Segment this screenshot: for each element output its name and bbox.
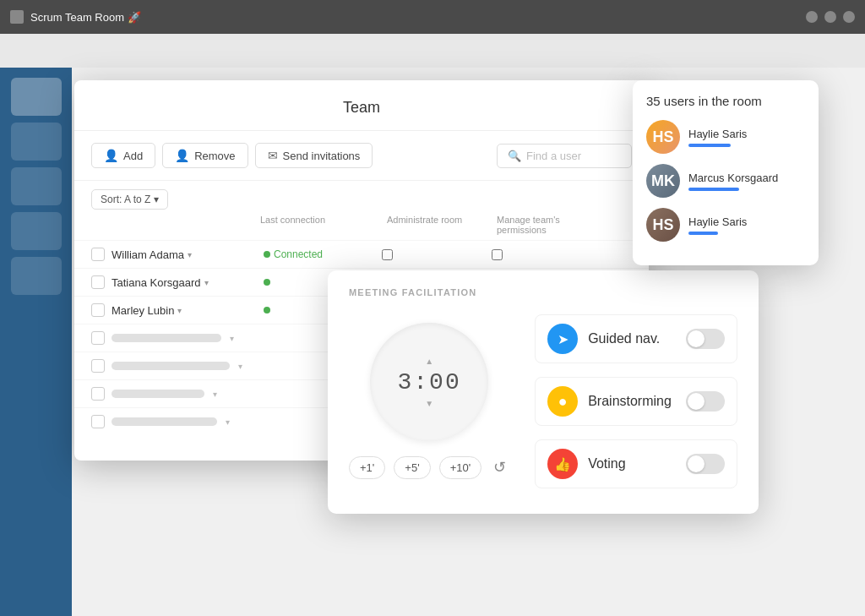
app-title: Scrum Team Room 🚀 bbox=[30, 11, 799, 24]
modal-toolbar: 👤 Add 👤 Remove ✉ Send invitations 🔍 Find… bbox=[74, 131, 649, 181]
timer-controls: +1' +5' +10' ↺ bbox=[349, 455, 509, 480]
features-list: ➤ Guided nav. ● Brainstorming 👍 Voting bbox=[535, 314, 737, 488]
user-status-bar-1 bbox=[688, 144, 731, 147]
toggle-thumb bbox=[688, 455, 705, 472]
row-checkbox-4[interactable] bbox=[91, 331, 105, 345]
remove-button[interactable]: 👤 Remove bbox=[162, 143, 248, 168]
minimize-button[interactable] bbox=[806, 11, 818, 23]
reset-button[interactable]: ↺ bbox=[490, 455, 509, 480]
chevron-icon: ▾ bbox=[204, 278, 209, 287]
feature-guided-nav: ➤ Guided nav. bbox=[535, 314, 737, 363]
timer-down-arrow[interactable]: ▼ bbox=[425, 399, 433, 408]
maximize-button[interactable] bbox=[824, 11, 836, 23]
send-invitations-button[interactable]: ✉ Send invitations bbox=[255, 143, 373, 168]
guided-nav-icon: ➤ bbox=[547, 324, 578, 354]
window-controls bbox=[806, 11, 855, 23]
user-avatar-2: MK bbox=[646, 164, 680, 198]
user-info-1: Haylie Saris bbox=[688, 128, 805, 147]
close-button[interactable] bbox=[843, 11, 855, 23]
row-checkbox-5[interactable] bbox=[91, 359, 105, 373]
row-checkbox-3[interactable] bbox=[91, 303, 105, 317]
row-checkbox-1[interactable] bbox=[91, 248, 105, 261]
user-avatar-3: HS bbox=[646, 208, 680, 242]
row-name-2: Tatiana Korsgaard ▾ bbox=[112, 276, 264, 289]
sort-button[interactable]: Sort: A to Z ▾ bbox=[91, 189, 168, 210]
th-name bbox=[91, 215, 260, 235]
row-admin-1[interactable] bbox=[382, 249, 492, 260]
feature-voting: 👍 Voting bbox=[535, 439, 737, 488]
envelope-icon: ✉ bbox=[268, 149, 278, 162]
sidebar-item-3[interactable] bbox=[11, 167, 62, 205]
table-row: William Adama ▾ Connected bbox=[74, 240, 649, 268]
timer-up-arrow[interactable]: ▲ bbox=[425, 357, 433, 366]
brainstorming-label: Brainstorming bbox=[588, 394, 676, 409]
user-info-3: Haylie Saris bbox=[688, 215, 805, 235]
search-icon: 🔍 bbox=[508, 150, 521, 162]
voting-icon: 👍 bbox=[547, 449, 578, 479]
remove-icon: 👤 bbox=[175, 149, 189, 162]
user-info-2: Marcus Korsgaard bbox=[688, 172, 805, 191]
user-avatar-1: HS bbox=[646, 120, 680, 154]
sidebar-item-4[interactable] bbox=[11, 212, 62, 250]
user-status-bar-3 bbox=[688, 232, 718, 235]
sidebar-item-5[interactable] bbox=[11, 257, 62, 295]
timer-container: ▲ 3:00 ▼ +1' +5' +10' ↺ bbox=[349, 323, 509, 480]
user-status-bar-2 bbox=[688, 188, 739, 191]
brainstorming-toggle[interactable] bbox=[686, 391, 725, 412]
row-name-1: William Adama ▾ bbox=[112, 248, 264, 261]
timer-display: 3:00 bbox=[397, 369, 460, 395]
sidebar-item-1[interactable] bbox=[11, 78, 62, 116]
add-button[interactable]: 👤 Add bbox=[91, 143, 155, 168]
user-item-3: HS Haylie Saris bbox=[646, 208, 805, 242]
meeting-content: ▲ 3:00 ▼ +1' +5' +10' ↺ ➤ Guided nav. bbox=[349, 314, 737, 488]
plus10-button[interactable]: +10' bbox=[439, 456, 482, 479]
th-connection: Last connection bbox=[260, 215, 387, 235]
toggle-thumb bbox=[688, 393, 705, 410]
timer-circle: ▲ 3:00 ▼ bbox=[370, 323, 488, 441]
row-name-3: Marley Lubin ▾ bbox=[112, 304, 264, 317]
meeting-panel: MEETING FACILITATION ▲ 3:00 ▼ +1' +5' +1… bbox=[328, 270, 759, 514]
th-manage: Manage team's permissions bbox=[497, 215, 607, 235]
meeting-title: MEETING FACILITATION bbox=[349, 287, 737, 297]
search-box[interactable]: 🔍 Find a user bbox=[497, 144, 632, 168]
users-panel: 35 users in the room HS Haylie Saris MK … bbox=[633, 80, 819, 265]
plus5-button[interactable]: +5' bbox=[394, 456, 430, 479]
toggle-thumb bbox=[688, 330, 705, 347]
titlebar: Scrum Team Room 🚀 bbox=[0, 0, 865, 34]
row-checkbox-2[interactable] bbox=[91, 275, 105, 289]
th-admin: Administrate room bbox=[387, 215, 497, 235]
modal-title: Team bbox=[74, 80, 649, 131]
add-icon: 👤 bbox=[104, 149, 118, 162]
sidebar bbox=[0, 68, 72, 616]
voting-toggle[interactable] bbox=[686, 454, 725, 474]
guided-nav-label: Guided nav. bbox=[588, 331, 676, 346]
app-icon bbox=[10, 10, 24, 24]
voting-label: Voting bbox=[588, 456, 676, 472]
row-checkbox-7[interactable] bbox=[91, 415, 105, 428]
table-header: Last connection Administrate room Manage… bbox=[74, 215, 649, 240]
chevron-down-icon: ▾ bbox=[154, 194, 159, 205]
sidebar-item-2[interactable] bbox=[11, 123, 62, 161]
chevron-icon: ▾ bbox=[188, 250, 192, 259]
row-checkbox-6[interactable] bbox=[91, 387, 105, 401]
plus1-button[interactable]: +1' bbox=[349, 456, 385, 479]
user-name-2: Marcus Korsgaard bbox=[688, 172, 805, 184]
row-manage-1[interactable] bbox=[492, 249, 601, 260]
row-connection-1: Connected bbox=[264, 248, 382, 260]
user-item-1: HS Haylie Saris bbox=[646, 120, 805, 154]
user-name-3: Haylie Saris bbox=[688, 215, 805, 228]
canvas-area: Team 👤 Add 👤 Remove ✉ Send invitations 🔍… bbox=[0, 34, 865, 616]
sort-row: Sort: A to Z ▾ bbox=[74, 181, 649, 215]
guided-nav-toggle[interactable] bbox=[686, 329, 725, 349]
feature-brainstorming: ● Brainstorming bbox=[535, 377, 737, 426]
brainstorming-icon: ● bbox=[547, 386, 578, 417]
user-item-2: MK Marcus Korsgaard bbox=[646, 164, 805, 198]
users-count: 35 users in the room bbox=[646, 94, 805, 108]
user-name-1: Haylie Saris bbox=[688, 128, 805, 140]
chevron-icon: ▾ bbox=[177, 306, 182, 315]
